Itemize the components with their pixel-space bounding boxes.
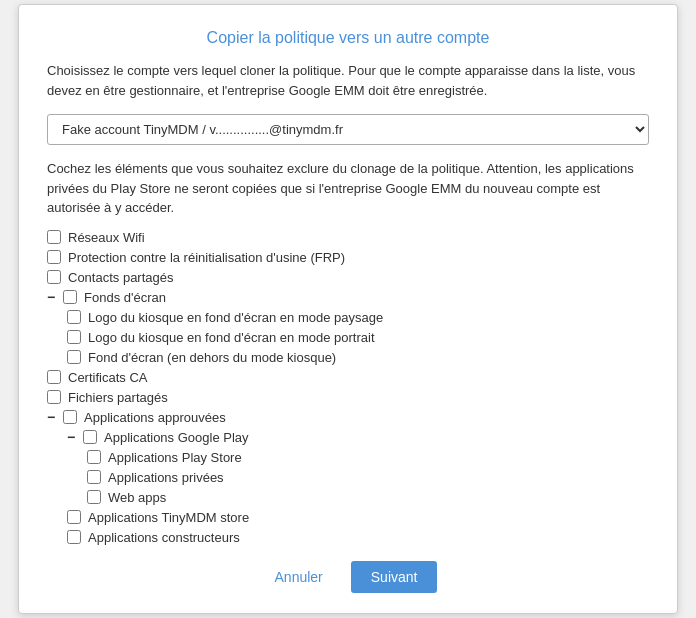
checkbox-fond-kiosque[interactable] <box>67 350 81 364</box>
item-label: Protection contre la réinitialisation d'… <box>68 250 345 265</box>
checkbox-certs[interactable] <box>47 370 61 384</box>
list-item: − Fonds d'écran <box>47 290 649 305</box>
item-label: Applications constructeurs <box>88 530 240 545</box>
copy-policy-dialog: Copier la politique vers un autre compte… <box>18 4 678 614</box>
item-label: Applications TinyMDM store <box>88 510 249 525</box>
checkbox-apps-play-store[interactable] <box>87 450 101 464</box>
checkbox-reseaux[interactable] <box>47 230 61 244</box>
list-item: Fichiers partagés <box>47 390 649 405</box>
checkbox-logo-portrait[interactable] <box>67 330 81 344</box>
checkbox-logo-paysage[interactable] <box>67 310 81 324</box>
item-label: Fichiers partagés <box>68 390 168 405</box>
list-item: Fond d'écran (en dehors du mode kiosque) <box>47 350 649 365</box>
cancel-button[interactable]: Annuler <box>259 561 339 593</box>
list-item: Web apps <box>47 490 649 505</box>
list-item: Réseaux Wifi <box>47 230 649 245</box>
list-item: Certificats CA <box>47 370 649 385</box>
list-item: Logo du kiosque en fond d'écran en mode … <box>47 310 649 325</box>
checkbox-fonds[interactable] <box>63 290 77 304</box>
list-item: − Applications approuvées <box>47 410 649 425</box>
item-label: Fonds d'écran <box>84 290 166 305</box>
next-button[interactable]: Suivant <box>351 561 438 593</box>
checkbox-apps-google-play[interactable] <box>83 430 97 444</box>
item-label: Certificats CA <box>68 370 147 385</box>
item-label: Contacts partagés <box>68 270 174 285</box>
checkbox-apps-tinymdm[interactable] <box>67 510 81 524</box>
checkbox-apps-approuvees[interactable] <box>63 410 77 424</box>
item-label: Applications privées <box>108 470 224 485</box>
item-label: Fond d'écran (en dehors du mode kiosque) <box>88 350 336 365</box>
checkbox-apps-privees[interactable] <box>87 470 101 484</box>
list-item: Protection contre la réinitialisation d'… <box>47 250 649 265</box>
item-label: Applications Google Play <box>104 430 249 445</box>
account-select[interactable]: Fake account TinyMDM / v...............@… <box>47 114 649 145</box>
section-description: Cochez les éléments que vous souhaitez e… <box>47 159 649 218</box>
collapse-icon[interactable]: − <box>47 410 59 424</box>
list-item: Applications privées <box>47 470 649 485</box>
list-item: Applications constructeurs <box>47 530 649 545</box>
item-label: Applications approuvées <box>84 410 226 425</box>
dialog-footer: Annuler Suivant <box>47 561 649 593</box>
list-item: Applications Play Store <box>47 450 649 465</box>
dialog-title: Copier la politique vers un autre compte <box>47 29 649 47</box>
checkbox-apps-constructeurs[interactable] <box>67 530 81 544</box>
description-1: Choisissez le compte vers lequel cloner … <box>47 61 649 100</box>
item-label: Réseaux Wifi <box>68 230 145 245</box>
collapse-icon[interactable]: − <box>67 430 79 444</box>
list-item: − Applications Google Play <box>47 430 649 445</box>
item-label: Logo du kiosque en fond d'écran en mode … <box>88 330 375 345</box>
list-item: Logo du kiosque en fond d'écran en mode … <box>47 330 649 345</box>
item-label: Web apps <box>108 490 166 505</box>
checkbox-fichiers[interactable] <box>47 390 61 404</box>
checklist: Réseaux Wifi Protection contre la réinit… <box>47 230 649 545</box>
list-item: Applications TinyMDM store <box>47 510 649 525</box>
checkbox-web-apps[interactable] <box>87 490 101 504</box>
collapse-icon[interactable]: − <box>47 290 59 304</box>
item-label: Applications Play Store <box>108 450 242 465</box>
checkbox-contacts[interactable] <box>47 270 61 284</box>
list-item: Contacts partagés <box>47 270 649 285</box>
checkbox-frp[interactable] <box>47 250 61 264</box>
item-label: Logo du kiosque en fond d'écran en mode … <box>88 310 383 325</box>
